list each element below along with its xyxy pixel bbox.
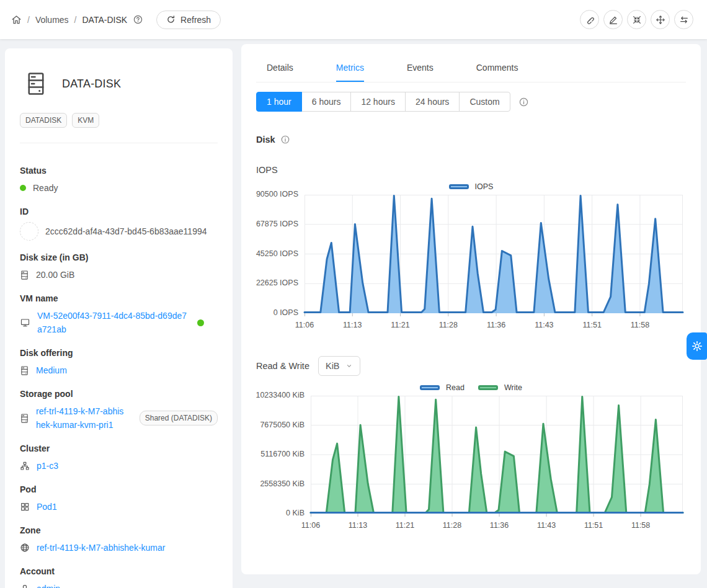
detail-value[interactable]: admin <box>37 582 60 588</box>
edit-action-button[interactable] <box>603 10 623 29</box>
time-range-custom[interactable]: Custom <box>459 92 510 112</box>
resource-tags: DATADISKKVM <box>20 113 218 128</box>
breadcrumb: / Volumes / DATA-DISK Refresh <box>11 11 221 29</box>
iops-x-axis: 11:0611:1311:2111:2811:3611:4311:5111:58 <box>305 321 686 336</box>
breadcrumb-volumes-link[interactable]: Volumes <box>35 15 69 25</box>
detail-value[interactable]: Pod1 <box>37 500 57 514</box>
detail-value[interactable]: Medium <box>36 363 67 377</box>
x-tick-label: 11:58 <box>622 521 659 530</box>
status-dot <box>20 185 26 191</box>
x-tick-label: 11:51 <box>574 321 611 329</box>
gear-icon <box>691 340 703 352</box>
link-action-button[interactable] <box>580 10 599 29</box>
rw-legend: ReadWrite <box>256 380 686 396</box>
x-tick-label: 11:21 <box>382 321 419 329</box>
detail-value[interactable]: p1-c3 <box>37 459 58 473</box>
desktop-icon <box>20 318 30 327</box>
unit-selector[interactable]: KiB <box>318 356 360 376</box>
info-icon[interactable] <box>280 135 290 145</box>
globe-icon <box>20 543 30 553</box>
tab-events[interactable]: Events <box>407 53 434 82</box>
move-icon <box>656 15 665 25</box>
x-tick-label: 11:13 <box>334 321 371 329</box>
iops-legend: IOPS <box>256 179 686 195</box>
tab-metrics[interactable]: Metrics <box>336 53 364 82</box>
time-range-row: 1 hour6 hours12 hours24 hoursCustom <box>256 92 686 112</box>
legend-read[interactable]: Read <box>420 383 465 392</box>
rw-title-row: Read & Write KiB <box>256 356 686 376</box>
move-action-button[interactable] <box>651 10 670 29</box>
hdd-icon <box>20 413 29 424</box>
legend-iops[interactable]: IOPS <box>449 182 494 191</box>
refresh-label: Refresh <box>180 15 211 25</box>
swap-action-button[interactable] <box>674 10 693 29</box>
time-range-1-hour[interactable]: 1 hour <box>256 92 302 112</box>
barcode-icon <box>20 222 38 241</box>
breadcrumb-separator: / <box>27 15 30 25</box>
legend-swatch <box>449 184 469 189</box>
y-tick-label: 7675050 KiB <box>260 421 305 429</box>
y-tick-label: 0 IOPS <box>273 308 298 317</box>
detail-list: StatusReadyID2ccc62dd-af4a-43d7-bd45-6b8… <box>20 166 218 588</box>
detail-label: Cluster <box>20 443 218 453</box>
x-tick-label: 11:58 <box>621 321 659 329</box>
link-icon <box>585 15 595 25</box>
detail-item-account: Accountadmin <box>20 566 218 588</box>
detail-value[interactable]: VM-52e00f43-7911-4dc4-85bd-d69de7a721ab <box>37 309 190 336</box>
detail-item-disk-offering: Disk offeringMedium <box>20 348 218 377</box>
detail-value[interactable]: ref-trl-4119-k-M7-abhishek-kumar-kvm-pri… <box>36 404 125 432</box>
chevron-down-icon <box>345 362 353 370</box>
detail-item-id: ID2ccc62dd-af4a-43d7-bd45-6b83aae11994 <box>20 207 218 241</box>
detail-label: Pod <box>20 484 218 494</box>
y-tick-label: 0 KiB <box>286 509 305 517</box>
metrics-panel: DetailsMetricsEventsComments 1 hour6 hou… <box>241 44 701 574</box>
detail-item-storage-pool: Storage poolref-trl-4119-k-M7-abhishek-k… <box>20 389 218 432</box>
iops-chart-title: IOPS <box>256 165 278 175</box>
legend-label: Read <box>446 383 465 392</box>
detail-value[interactable]: ref-trl-4119-k-M7-abhishek-kumar <box>37 541 165 555</box>
detail-label: Disk size (in GB) <box>20 252 218 262</box>
home-icon[interactable] <box>11 14 22 25</box>
disk-section-label: Disk <box>256 135 275 145</box>
detail-label: Zone <box>20 525 218 535</box>
tab-comments[interactable]: Comments <box>476 53 518 82</box>
breadcrumb-current: DATA-DISK <box>82 15 127 25</box>
legend-write[interactable]: Write <box>478 383 522 392</box>
grid-icon <box>20 502 30 512</box>
detail-item-cluster: Clusterp1-c3 <box>20 443 218 473</box>
time-range-24-hours[interactable]: 24 hours <box>405 92 460 112</box>
y-tick-label: 90500 IOPS <box>256 190 298 198</box>
refresh-button[interactable]: Refresh <box>156 11 221 29</box>
settings-gear-button[interactable] <box>687 332 707 360</box>
detail-value: 20.00 GiB <box>36 268 74 282</box>
rw-plot-area <box>311 396 683 517</box>
resource-sidebar: DATA-DISK DATADISKKVM StatusReadyID2ccc6… <box>5 48 233 588</box>
y-tick-label: 10233400 KiB <box>256 391 305 399</box>
user-icon <box>20 584 30 588</box>
shrink-action-button[interactable] <box>627 10 646 29</box>
detail-item-pod: PodPod1 <box>20 484 218 514</box>
info-icon[interactable] <box>518 97 529 107</box>
legend-label: IOPS <box>475 182 494 191</box>
x-tick-label: 11:36 <box>478 321 515 329</box>
rw-x-axis: 11:0611:1311:2111:2811:3611:4311:5111:58 <box>311 521 686 536</box>
help-icon[interactable] <box>133 14 143 25</box>
detail-label: VM name <box>20 293 218 303</box>
time-range-6-hours[interactable]: 6 hours <box>301 92 352 112</box>
iops-y-axis: 90500 IOPS67875 IOPS45250 IOPS22625 IOPS… <box>256 195 305 313</box>
x-tick-label: 11:13 <box>339 521 376 530</box>
rw-y-axis: 10233400 KiB7675050 KiB5116700 KiB255835… <box>256 396 311 514</box>
unit-selected-value: KiB <box>326 361 340 371</box>
breadcrumb-separator: / <box>74 15 77 25</box>
detail-label: ID <box>20 207 218 216</box>
shrink-icon <box>632 15 642 25</box>
hdd-icon <box>20 365 29 376</box>
x-tick-label: 11:06 <box>286 321 323 329</box>
detail-value: 2ccc62dd-af4a-43d7-bd45-6b83aae11994 <box>45 225 207 238</box>
time-range-12-hours[interactable]: 12 hours <box>350 92 405 112</box>
x-tick-label: 11:28 <box>430 321 467 329</box>
resource-title: DATA-DISK <box>62 78 121 91</box>
tab-details[interactable]: Details <box>267 53 293 82</box>
divider <box>20 143 218 143</box>
x-tick-label: 11:36 <box>481 521 518 530</box>
